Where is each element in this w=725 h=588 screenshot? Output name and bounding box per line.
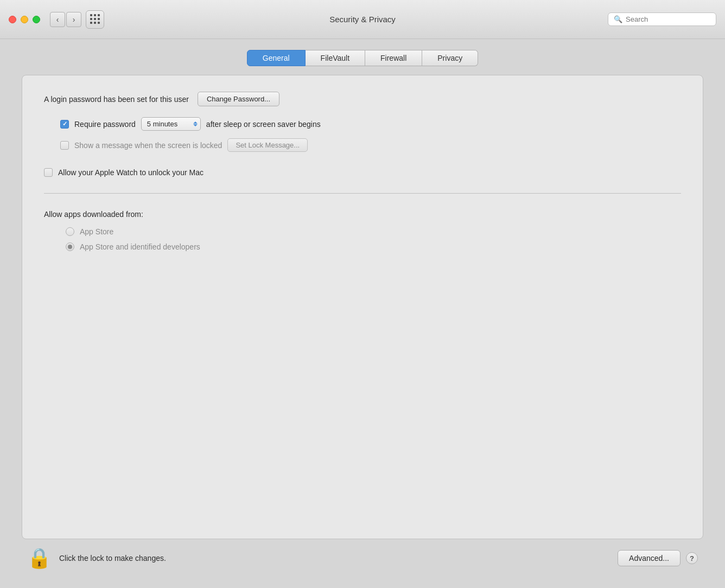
close-button[interactable] (9, 16, 16, 23)
password-set-text: A login password has been set for this u… (44, 95, 189, 104)
app-grid-button[interactable] (86, 10, 104, 29)
show-lock-message-checkbox[interactable] (60, 141, 69, 150)
show-lock-message-label: Show a message when the screen is locked (74, 141, 222, 150)
change-password-button[interactable]: Change Password... (198, 92, 279, 106)
tab-bar: General FileVault Firewall Privacy (22, 50, 703, 66)
allow-apps-radio-group: App Store App Store and identified devel… (66, 227, 681, 251)
radio-app-store[interactable] (66, 227, 74, 236)
lock-icon[interactable]: 🔒 (27, 548, 52, 568)
lock-message-row: Show a message when the screen is locked… (60, 138, 681, 152)
after-sleep-text: after sleep or screen saver begins (206, 120, 321, 129)
radio-selected-indicator (68, 245, 72, 249)
tab-filevault[interactable]: FileVault (306, 50, 365, 66)
bottom-bar: 🔒 Click the lock to make changes. Advanc… (22, 539, 703, 577)
forward-button[interactable]: › (66, 12, 81, 27)
apple-watch-row: Allow your Apple Watch to unlock your Ma… (44, 168, 681, 177)
allow-apps-label: Allow apps downloaded from: (44, 210, 681, 219)
radio-identified-developers-label: App Store and identified developers (80, 242, 200, 251)
bottom-right-actions: Advanced... ? (618, 550, 698, 566)
tab-firewall[interactable]: Firewall (365, 50, 422, 66)
radio-identified-developers-row: App Store and identified developers (66, 242, 681, 251)
set-lock-message-button[interactable]: Set Lock Message... (227, 138, 308, 152)
password-interval-wrapper: immediately 5 seconds 1 minute 5 minutes… (141, 117, 201, 131)
traffic-lights (9, 16, 40, 23)
grid-icon (90, 14, 100, 24)
search-box[interactable]: 🔍 (608, 12, 716, 26)
maximize-button[interactable] (33, 16, 40, 23)
radio-identified-developers[interactable] (66, 242, 74, 251)
radio-app-store-label: App Store (80, 227, 113, 236)
require-password-checkbox[interactable]: ✓ (60, 120, 69, 129)
search-icon: 🔍 (614, 15, 622, 23)
apple-watch-checkbox[interactable] (44, 168, 53, 177)
content-panel: A login password has been set for this u… (22, 75, 703, 539)
radio-app-store-row: App Store (66, 227, 681, 236)
password-set-row: A login password has been set for this u… (44, 92, 681, 106)
titlebar: ‹ › Security & Privacy 🔍 (0, 0, 725, 39)
require-password-label: Require password (74, 120, 136, 129)
back-button[interactable]: ‹ (50, 12, 65, 27)
nav-buttons: ‹ › (50, 12, 81, 27)
main-content: General FileVault Firewall Privacy A log… (0, 39, 725, 588)
window-title: Security & Privacy (329, 15, 396, 24)
require-password-row: ✓ Require password immediately 5 seconds… (60, 117, 681, 131)
search-input[interactable] (626, 15, 710, 23)
apple-watch-label: Allow your Apple Watch to unlock your Ma… (58, 168, 203, 177)
section-divider (44, 193, 681, 194)
tab-general[interactable]: General (247, 50, 306, 66)
help-button[interactable]: ? (686, 552, 698, 564)
checkmark-icon: ✓ (62, 121, 67, 127)
tab-privacy[interactable]: Privacy (422, 50, 478, 66)
minimize-button[interactable] (21, 16, 28, 23)
advanced-button[interactable]: Advanced... (618, 550, 681, 566)
password-interval-select[interactable]: immediately 5 seconds 1 minute 5 minutes… (141, 117, 201, 131)
lock-status-text: Click the lock to make changes. (59, 554, 166, 563)
